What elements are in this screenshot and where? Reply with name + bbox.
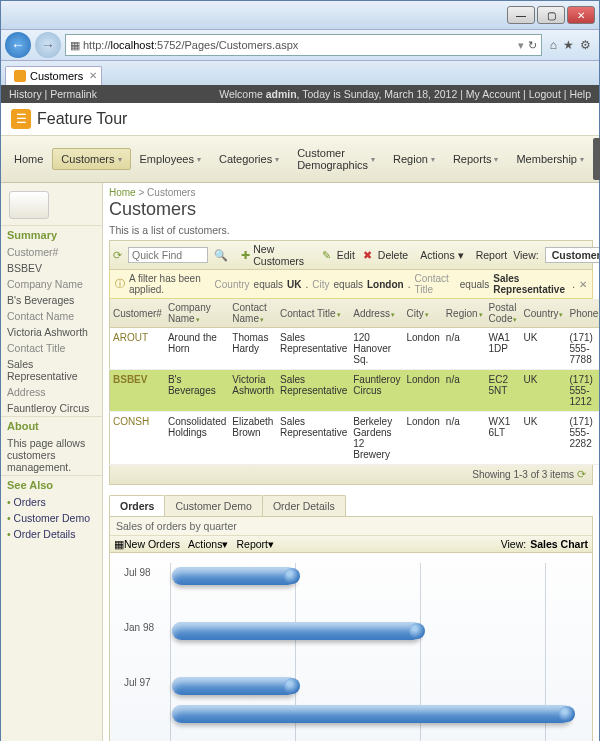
cell-title: Sales Representative <box>277 328 350 370</box>
cell-company: B's Beverages <box>165 370 229 412</box>
topbar-link-history[interactable]: History <box>9 88 42 100</box>
tab-customer-demo[interactable]: Customer Demo <box>164 495 262 516</box>
col-contactname[interactable]: Contact Name▾ <box>229 299 277 328</box>
new-icon: ▦ <box>114 538 124 550</box>
report-button[interactable]: Report <box>476 249 508 261</box>
new-customers-button[interactable]: ✚New Customers <box>240 243 308 267</box>
table-row[interactable]: AROUTAround the HornThomas HardySales Re… <box>110 328 600 370</box>
address-bar[interactable]: ▦ http://localhost:5752/Pages/Customers.… <box>65 34 542 56</box>
delete-button[interactable]: ✖Delete <box>361 248 408 262</box>
sidebar-link-orders[interactable]: Orders <box>1 494 102 510</box>
col-country[interactable]: Country▾ <box>520 299 566 328</box>
app-topbar: History | Permalink Welcome admin, Today… <box>1 85 599 103</box>
menu-item-categories[interactable]: Categories▾ <box>210 148 288 170</box>
menu-item-reports[interactable]: Reports▾ <box>444 148 508 170</box>
cell-country: UK <box>520 412 566 465</box>
col-companyname[interactable]: Company Name▾ <box>165 299 229 328</box>
new-icon: ✚ <box>240 248 250 262</box>
menu-item-home[interactable]: Home <box>5 148 52 170</box>
filter-clear-icon[interactable]: ✕ <box>579 279 587 290</box>
tab-orders[interactable]: Orders <box>109 495 165 516</box>
settings-icon[interactable]: ⚙ <box>580 38 591 52</box>
home-icon[interactable]: ⌂ <box>550 38 557 52</box>
site-actions-menu[interactable]: Site Actions ▾ <box>593 138 600 180</box>
cell-address: 120 Hanover Sq. <box>350 328 403 370</box>
col-region[interactable]: Region▾ <box>443 299 486 328</box>
back-button[interactable]: ← <box>5 32 31 58</box>
url-path: :5752/Pages/Customers.aspx <box>154 39 298 51</box>
favicon-icon <box>14 70 26 82</box>
orders-report-menu[interactable]: Report▾ <box>236 538 274 550</box>
tab-close-icon[interactable]: ✕ <box>89 70 97 81</box>
cell-contact: Victoria Ashworth <box>229 370 277 412</box>
page-subtitle: This is a list of customers. <box>109 224 593 236</box>
sidebar-summary-2: Company Name <box>1 276 102 292</box>
col-postalcode[interactable]: Postal Code▾ <box>486 299 521 328</box>
search-icon[interactable]: 🔍 <box>214 248 228 262</box>
cell-postal: WA1 1DP <box>486 328 521 370</box>
window-close-button[interactable]: ✕ <box>567 6 595 24</box>
col-phone[interactable]: Phone▾ <box>566 299 599 328</box>
topbar-link-permalink[interactable]: Permalink <box>50 88 97 100</box>
topbar-link-my-account[interactable]: My Account <box>466 88 520 100</box>
edit-button[interactable]: ✎Edit <box>320 248 355 262</box>
url-host: localhost <box>111 39 154 51</box>
tab-order-details[interactable]: Order Details <box>262 495 346 516</box>
sidebar-thumb-icon <box>9 191 49 219</box>
sidebar: Summary Customer#BSBEVCompany NameB's Be… <box>1 183 103 741</box>
sidebar-summary-9: Fauntleroy Circus <box>1 400 102 416</box>
chart-bar <box>172 677 297 695</box>
quick-find-input[interactable] <box>128 247 208 263</box>
browser-tab-customers[interactable]: Customers ✕ <box>5 66 102 85</box>
cell-contact: Elizabeth Brown <box>229 412 277 465</box>
new-orders-button[interactable]: ▦New Orders <box>114 538 180 550</box>
cell-id: CONSH <box>110 412 165 465</box>
window-minimize-button[interactable]: — <box>507 6 535 24</box>
y-label: Jul 97 <box>124 677 151 688</box>
orders-view-dropdown[interactable]: Sales Chart <box>530 538 588 550</box>
topbar-link-help[interactable]: Help <box>569 88 591 100</box>
sidebar-link-customer-demo[interactable]: Customer Demo <box>1 510 102 526</box>
table-row[interactable]: CONSHConsolidated HoldingsElizabeth Brow… <box>110 412 600 465</box>
menu-item-membership[interactable]: Membership▾ <box>507 148 593 170</box>
cell-postal: EC2 5NT <box>486 370 521 412</box>
banner-logo-icon: ☰ <box>11 109 31 129</box>
filter-bar: ⓘ A filter has been applied. Country equ… <box>109 270 593 299</box>
browser-navbar: ← → ▦ http://localhost:5752/Pages/Custom… <box>1 29 599 61</box>
cell-address: Berkeley Gardens 12 Brewery <box>350 412 403 465</box>
col-contacttitle[interactable]: Contact Title▾ <box>277 299 350 328</box>
cell-city: London <box>403 370 442 412</box>
cell-phone: (171) 555-7788 <box>566 328 599 370</box>
orders-view-label: View: <box>501 538 527 550</box>
view-dropdown[interactable]: Customers <box>545 247 599 263</box>
menu-item-region[interactable]: Region▾ <box>384 148 444 170</box>
menu-item-customer-demographics[interactable]: Customer Demographics▾ <box>288 142 384 176</box>
col-customer[interactable]: Customer# <box>110 299 165 328</box>
info-icon: ⓘ <box>115 277 125 291</box>
menu-item-customers[interactable]: Customers▾ <box>52 148 130 170</box>
window-maximize-button[interactable]: ▢ <box>537 6 565 24</box>
forward-button[interactable]: → <box>35 32 61 58</box>
orders-panel: Sales of orders by quarter ▦New Orders A… <box>109 516 593 741</box>
refresh-icon[interactable]: ⟳ <box>113 248 122 262</box>
col-city[interactable]: City▾ <box>403 299 442 328</box>
col-address[interactable]: Address▾ <box>350 299 403 328</box>
table-row[interactable]: BSBEVB's BeveragesVictoria AshworthSales… <box>110 370 600 412</box>
banner: ☰ Feature Tour <box>1 103 599 136</box>
grid-refresh-icon[interactable]: ⟳ <box>577 468 586 481</box>
menubar: HomeCustomers▾Employees▾Categories▾Custo… <box>1 136 599 183</box>
orders-actions-menu[interactable]: Actions▾ <box>188 538 228 550</box>
menu-item-employees[interactable]: Employees▾ <box>131 148 210 170</box>
topbar-link-logout[interactable]: Logout <box>529 88 561 100</box>
cell-city: London <box>403 328 442 370</box>
actions-menu[interactable]: Actions▾ <box>420 249 463 261</box>
sidebar-link-order-details[interactable]: Order Details <box>1 526 102 542</box>
sidebar-summary-3: B's Beverages <box>1 292 102 308</box>
sidebar-summary-4: Contact Name <box>1 308 102 324</box>
favorites-icon[interactable]: ★ <box>563 38 574 52</box>
banner-title: Feature Tour <box>37 110 127 128</box>
detail-tabs: OrdersCustomer DemoOrder Details <box>109 495 593 516</box>
grid-toolbar: ⟳ 🔍 ✚New Customers ✎Edit ✖Delete Actions… <box>109 240 593 270</box>
crumb-home[interactable]: Home <box>109 187 136 198</box>
sidebar-summary-6: Contact Title <box>1 340 102 356</box>
